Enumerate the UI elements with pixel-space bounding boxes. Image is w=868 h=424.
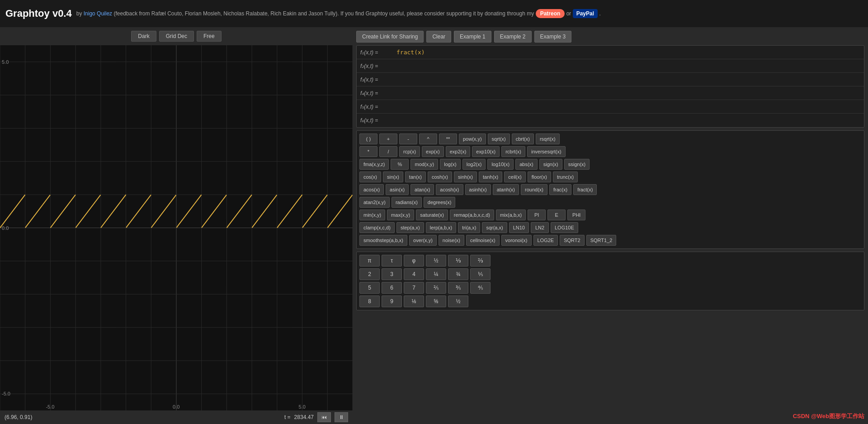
clear-button[interactable]: Clear xyxy=(426,31,451,43)
kbtn-LOG10E[interactable]: LOG10E xyxy=(551,222,578,233)
grid-dec-button[interactable]: Grid Dec xyxy=(159,31,194,42)
cbtn-⅘[interactable]: ⅘ xyxy=(470,282,491,294)
kbtn-voronoi_x_[interactable]: voronoi(x) xyxy=(501,235,532,246)
kbtn-trunc_x_[interactable]: trunc(x) xyxy=(553,172,578,182)
kbtn-rsqrt_x_[interactable]: rsqrt(x) xyxy=(536,133,560,144)
kbtn-PI[interactable]: PI xyxy=(528,210,546,220)
patreon-button[interactable]: Patreon xyxy=(536,9,565,18)
kbtn-atan2_x_y_[interactable]: atan2(x,y) xyxy=(359,197,390,208)
kbtn-LN2[interactable]: LN2 xyxy=(531,222,549,233)
free-button[interactable]: Free xyxy=(197,31,222,42)
graph-canvas-container[interactable] xyxy=(0,45,353,410)
kbtn-ceil_x_[interactable]: ceil(x) xyxy=(504,172,525,182)
kbtn-acosh_x_[interactable]: acosh(x) xyxy=(436,184,463,195)
func-input-6[interactable] xyxy=(396,117,860,124)
author-link[interactable]: Inigo Quilez xyxy=(84,10,112,17)
kbtn-sqr_a_x_[interactable]: sqr(a,x) xyxy=(482,222,507,233)
cbtn-⅗[interactable]: ⅗ xyxy=(448,282,468,294)
func-input-1[interactable] xyxy=(396,49,860,56)
cbtn-π[interactable]: π xyxy=(359,255,380,267)
kbtn-fma_x_y_z_[interactable]: fma(x,y,z) xyxy=(359,159,389,170)
cbtn-¼[interactable]: ¼ xyxy=(426,268,446,280)
cbtn-⅝[interactable]: ⅝ xyxy=(426,295,446,307)
kbtn-LOG2E[interactable]: LOG2E xyxy=(533,235,558,246)
cbtn-5[interactable]: 5 xyxy=(359,282,380,294)
kbtn-rcp_x_[interactable]: rcp(x) xyxy=(399,146,420,157)
example2-button[interactable]: Example 2 xyxy=(494,31,532,43)
kbtn-atan_x_[interactable]: atan(x) xyxy=(410,184,434,195)
kbtn-_[interactable]: + xyxy=(379,133,397,144)
kbtn-log_x_[interactable]: log(x) xyxy=(440,159,461,170)
kbtn-tri_a_x_[interactable]: tri(a,x) xyxy=(458,222,480,233)
cbtn-⅓[interactable]: ⅓ xyxy=(448,255,468,267)
kbtn-min_x_y_[interactable]: min(x,y) xyxy=(359,210,385,220)
kbtn-step_a_x_[interactable]: step(a,x) xyxy=(396,222,424,233)
kbtn-lerp_a_b_x_[interactable]: lerp(a,b,x) xyxy=(426,222,457,233)
kbtn-saturate_x_[interactable]: saturate(x) xyxy=(416,210,448,220)
kbtn-floor_x_[interactable]: floor(x) xyxy=(528,172,551,182)
kbtn-LN10[interactable]: LN10 xyxy=(509,222,529,233)
kbtn-rcbrt_x_[interactable]: rcbrt(x) xyxy=(501,146,525,157)
cbtn-φ[interactable]: φ xyxy=(404,255,424,267)
cbtn-8[interactable]: 8 xyxy=(359,295,380,307)
kbtn-mod_x_y_[interactable]: mod(x,y) xyxy=(410,159,438,170)
kbtn-_[interactable]: ^ xyxy=(419,133,437,144)
kbtn-exp_x_[interactable]: exp(x) xyxy=(422,146,444,157)
kbtn-over_x_y_[interactable]: over(x,y) xyxy=(409,235,437,246)
cbtn-½[interactable]: ½ xyxy=(448,295,468,307)
cbtn-7[interactable]: 7 xyxy=(404,282,424,294)
cbtn-⅛[interactable]: ⅛ xyxy=(404,295,424,307)
kbtn-log10_x_[interactable]: log10(x) xyxy=(487,159,514,170)
kbtn-round_x_[interactable]: round(x) xyxy=(521,184,547,195)
kbtn-SQRT2[interactable]: SQRT2 xyxy=(560,235,584,246)
kbtn-__[interactable]: ** xyxy=(439,133,457,144)
kbtn-max_x_y_[interactable]: max(x,y) xyxy=(387,210,414,220)
cbtn-⅖[interactable]: ⅖ xyxy=(426,282,446,294)
func-input-2[interactable] xyxy=(396,62,860,69)
kbtn-remap_a_b_x_c_d_[interactable]: remap(a,b,x,c,d) xyxy=(450,210,494,220)
kbtn-PHI[interactable]: PHI xyxy=(567,210,585,220)
example3-button[interactable]: Example 3 xyxy=(534,31,572,43)
func-input-4[interactable] xyxy=(396,90,860,96)
kbtn-sqrt_x_[interactable]: sqrt(x) xyxy=(488,133,510,144)
kbtn-exp10_x_[interactable]: exp10(x) xyxy=(472,146,500,157)
kbtn-pow_x_y_[interactable]: pow(x,y) xyxy=(459,133,486,144)
cbtn-¾[interactable]: ¾ xyxy=(448,268,468,280)
cbtn-τ[interactable]: τ xyxy=(382,255,402,267)
kbtn-sign_x_[interactable]: sign(x) xyxy=(539,159,562,170)
cbtn-6[interactable]: 6 xyxy=(382,282,402,294)
kbtn-inversesqrt_x_[interactable]: inversesqrt(x) xyxy=(527,146,566,157)
kbtn-exp2_x_[interactable]: exp2(x) xyxy=(446,146,471,157)
cbtn-⅔[interactable]: ⅔ xyxy=(470,255,491,267)
rewind-button[interactable]: ⏮ xyxy=(317,412,331,422)
cbtn-9[interactable]: 9 xyxy=(382,295,402,307)
kbtn-degrees_x_[interactable]: degrees(x) xyxy=(424,197,456,208)
dark-button[interactable]: Dark xyxy=(131,31,156,42)
kbtn-abs_x_[interactable]: abs(x) xyxy=(515,159,538,170)
kbtn-clamp_x_c_d_[interactable]: clamp(x,c,d) xyxy=(359,222,395,233)
func-input-5[interactable] xyxy=(396,103,860,110)
kbtn-radians_x_[interactable]: radians(x) xyxy=(392,197,422,208)
kbtn-_[interactable]: * xyxy=(359,146,377,157)
cbtn-2[interactable]: 2 xyxy=(359,268,380,280)
paypal-button[interactable]: PayPal xyxy=(573,9,598,18)
graph-canvas[interactable] xyxy=(0,45,353,410)
kbtn-fract_x_[interactable]: fract(x) xyxy=(573,184,597,195)
kbtn-tan_x_[interactable]: tan(x) xyxy=(405,172,426,182)
kbtn-smoothstep_a_b_x_[interactable]: smoothstep(a,b,x) xyxy=(359,235,407,246)
kbtn-cellnoise_x_[interactable]: cellnoise(x) xyxy=(466,235,500,246)
example1-button[interactable]: Example 1 xyxy=(454,31,491,43)
cbtn-½[interactable]: ½ xyxy=(426,255,446,267)
kbtn-SQRT1_2[interactable]: SQRT1_2 xyxy=(586,235,617,246)
kbtn-mix_a_b_x_[interactable]: mix(a,b,x) xyxy=(496,210,526,220)
cbtn-4[interactable]: 4 xyxy=(404,268,424,280)
kbtn-frac_x_[interactable]: frac(x) xyxy=(549,184,571,195)
kbtn-cosh_x_[interactable]: cosh(x) xyxy=(428,172,452,182)
kbtn-atanh_x_[interactable]: atanh(x) xyxy=(493,184,519,195)
kbtn-_[interactable]: / xyxy=(379,146,397,157)
kbtn-cos_x_[interactable]: cos(x) xyxy=(359,172,381,182)
kbtn-noise_x_[interactable]: noise(x) xyxy=(439,235,464,246)
kbtn-cbrt_x_[interactable]: cbrt(x) xyxy=(512,133,534,144)
kbtn-asinh_x_[interactable]: asinh(x) xyxy=(465,184,491,195)
kbtn-log2_x_[interactable]: log2(x) xyxy=(462,159,486,170)
